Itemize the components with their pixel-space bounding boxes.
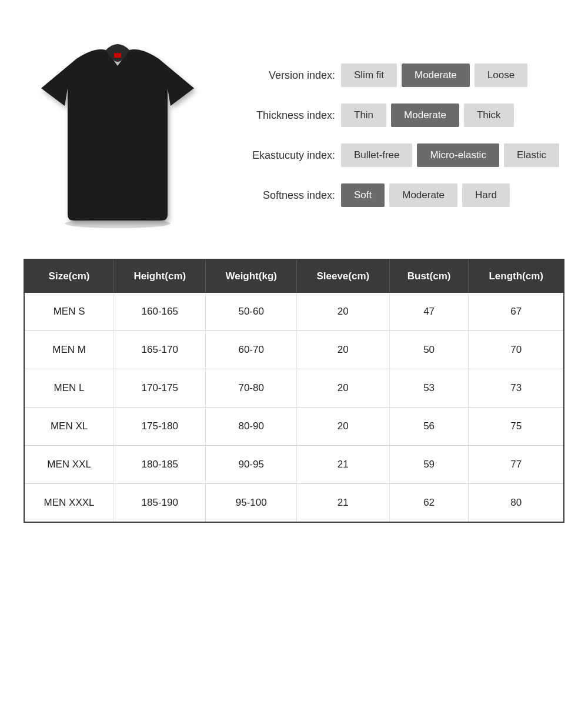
index-badges-0: Slim fitModerateLoose xyxy=(341,64,527,87)
table-cell-1-4: 50 xyxy=(389,331,469,369)
table-cell-5-0: MEN XXXL xyxy=(25,484,114,522)
table-cell-5-1: 185-190 xyxy=(114,484,206,522)
table-cell-1-5: 70 xyxy=(469,331,563,369)
index-label-2: Ekastucuty index: xyxy=(235,149,335,162)
table-cell-0-2: 50-60 xyxy=(206,293,297,331)
table-cell-0-4: 47 xyxy=(389,293,469,331)
badge-1-1: Moderate xyxy=(391,103,459,127)
table-header-0: Size(cm) xyxy=(25,260,114,293)
table-cell-1-0: MEN M xyxy=(25,331,114,369)
table-cell-3-1: 175-180 xyxy=(114,408,206,446)
table-cell-3-4: 56 xyxy=(389,408,469,446)
table-row-2: MEN L170-17570-80205373 xyxy=(25,369,563,408)
table-cell-4-1: 180-185 xyxy=(114,446,206,484)
table-cell-4-3: 21 xyxy=(296,446,389,484)
index-row-2: Ekastucuty index:Bullet-freeMicro-elasti… xyxy=(235,143,564,167)
svg-point-1 xyxy=(65,219,171,228)
table-cell-3-2: 80-90 xyxy=(206,408,297,446)
badge-3-0: Soft xyxy=(341,183,385,207)
table-row-4: MEN XXL180-18590-95215977 xyxy=(25,446,563,484)
badge-2-1: Micro-elastic xyxy=(417,143,499,167)
table-header-5: Length(cm) xyxy=(469,260,563,293)
table-header-1: Height(cm) xyxy=(114,260,206,293)
table-cell-3-3: 20 xyxy=(296,408,389,446)
table-cell-1-1: 165-170 xyxy=(114,331,206,369)
table-cell-1-3: 20 xyxy=(296,331,389,369)
table-cell-3-0: MEN XL xyxy=(25,408,114,446)
badge-2-2: Elastic xyxy=(504,143,559,167)
badge-0-0: Slim fit xyxy=(341,64,397,87)
badge-3-2: Hard xyxy=(462,183,510,207)
table-cell-0-1: 160-165 xyxy=(114,293,206,331)
table-cell-2-5: 73 xyxy=(469,369,563,408)
size-table-wrapper: Size(cm)Height(cm)Weight(kg)Sleeve(cm)Bu… xyxy=(24,259,564,523)
table-cell-5-2: 95-100 xyxy=(206,484,297,522)
table-cell-5-3: 21 xyxy=(296,484,389,522)
table-cell-5-4: 62 xyxy=(389,484,469,522)
index-badges-3: SoftModerateHard xyxy=(341,183,510,207)
badge-3-1: Moderate xyxy=(389,183,457,207)
table-cell-2-3: 20 xyxy=(296,369,389,408)
tshirt-image xyxy=(24,41,212,229)
table-cell-4-2: 90-95 xyxy=(206,446,297,484)
index-badges-1: ThinModerateThick xyxy=(341,103,514,127)
badge-2-0: Bullet-free xyxy=(341,143,412,167)
table-cell-0-3: 20 xyxy=(296,293,389,331)
badge-1-2: Thick xyxy=(464,103,514,127)
table-row-5: MEN XXXL185-19095-100216280 xyxy=(25,484,563,522)
table-header: Size(cm)Height(cm)Weight(kg)Sleeve(cm)Bu… xyxy=(25,260,563,293)
badge-0-2: Loose xyxy=(475,64,527,87)
table-cell-0-0: MEN S xyxy=(25,293,114,331)
table-cell-1-2: 60-70 xyxy=(206,331,297,369)
table-cell-2-1: 170-175 xyxy=(114,369,206,408)
index-label-0: Version index: xyxy=(235,69,335,82)
table-header-4: Bust(cm) xyxy=(389,260,469,293)
top-section: Version index:Slim fitModerateLooseThick… xyxy=(24,41,564,229)
index-section: Version index:Slim fitModerateLooseThick… xyxy=(223,64,564,207)
table-cell-2-2: 70-80 xyxy=(206,369,297,408)
table-header-3: Sleeve(cm) xyxy=(296,260,389,293)
table-row-0: MEN S160-16550-60204767 xyxy=(25,293,563,331)
table-row-1: MEN M165-17060-70205070 xyxy=(25,331,563,369)
table-cell-4-5: 77 xyxy=(469,446,563,484)
svg-rect-0 xyxy=(114,53,121,58)
badge-0-1: Moderate xyxy=(402,64,470,87)
table-cell-3-5: 75 xyxy=(469,408,563,446)
table-header-2: Weight(kg) xyxy=(206,260,297,293)
badge-1-0: Thin xyxy=(341,103,386,127)
table-cell-2-4: 53 xyxy=(389,369,469,408)
index-label-1: Thickness index: xyxy=(235,109,335,122)
table-cell-2-0: MEN L xyxy=(25,369,114,408)
index-badges-2: Bullet-freeMicro-elasticElastic xyxy=(341,143,559,167)
table-cell-4-4: 59 xyxy=(389,446,469,484)
table-cell-4-0: MEN XXL xyxy=(25,446,114,484)
table-cell-5-5: 80 xyxy=(469,484,563,522)
index-label-3: Softness index: xyxy=(235,189,335,202)
index-row-1: Thickness index:ThinModerateThick xyxy=(235,103,564,127)
index-row-3: Softness index:SoftModerateHard xyxy=(235,183,564,207)
index-row-0: Version index:Slim fitModerateLoose xyxy=(235,64,564,87)
table-row-3: MEN XL175-18080-90205675 xyxy=(25,408,563,446)
table-cell-0-5: 67 xyxy=(469,293,563,331)
size-table: Size(cm)Height(cm)Weight(kg)Sleeve(cm)Bu… xyxy=(25,260,563,522)
